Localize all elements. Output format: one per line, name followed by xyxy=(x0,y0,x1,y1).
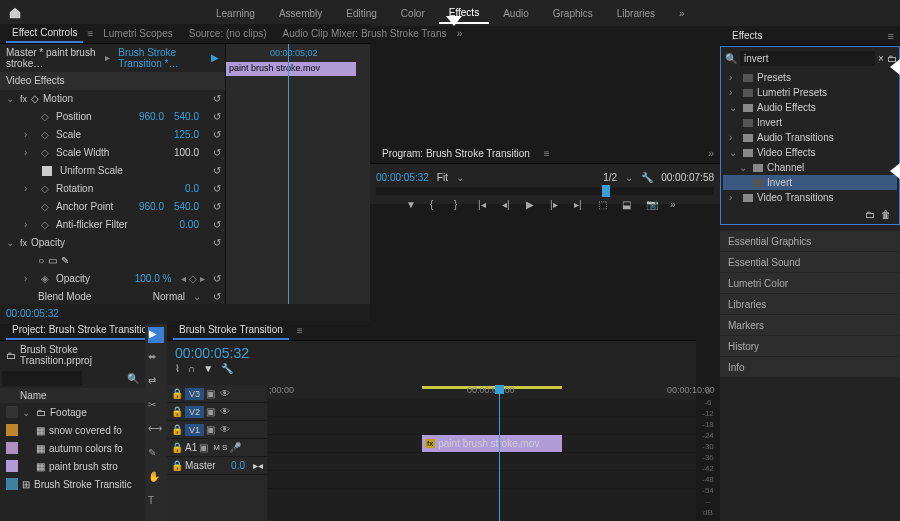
motion-effect[interactable]: Motion xyxy=(43,93,205,104)
add-marker-icon[interactable]: ▼ xyxy=(406,199,420,213)
stopwatch-icon[interactable]: ◇ xyxy=(38,201,52,212)
scale-param[interactable]: Scale xyxy=(56,129,170,140)
ws-audio[interactable]: Audio xyxy=(493,4,539,23)
track-lane-a1[interactable] xyxy=(267,453,696,471)
position-x[interactable]: 960.0 xyxy=(139,111,164,122)
eye-icon[interactable]: 👁 xyxy=(220,406,232,417)
ws-color[interactable]: Color xyxy=(391,4,435,23)
tab-lumetri-scopes[interactable]: Lumetri Scopes xyxy=(97,25,178,42)
antiflicker-value[interactable]: 0.00 xyxy=(180,219,199,230)
tab-timeline[interactable]: Brush Stroke Transition xyxy=(173,321,289,340)
twirl-icon[interactable]: › xyxy=(24,129,34,140)
mask-pen-icon[interactable]: ✎ xyxy=(61,255,69,266)
tab-effects-panel[interactable]: Effects xyxy=(726,27,768,44)
twirl-icon[interactable]: ⌄ xyxy=(739,162,749,173)
lock-icon[interactable]: 🔒 xyxy=(171,424,183,435)
twirl-icon[interactable]: ⌄ xyxy=(6,237,16,248)
twirl-icon[interactable]: › xyxy=(24,219,34,230)
eye-icon[interactable]: 👁 xyxy=(220,424,232,435)
hand-tool-icon[interactable]: ✋ xyxy=(148,471,164,487)
stopwatch-icon[interactable]: ◈ xyxy=(38,273,52,284)
ec-current-timecode[interactable]: 00:00:05:32 xyxy=(6,308,59,319)
anchor-point-param[interactable]: Anchor Point xyxy=(56,201,135,212)
twirl-icon[interactable]: › xyxy=(729,132,739,143)
track-lane-v3[interactable] xyxy=(267,399,696,417)
mute-icon[interactable]: ▣ xyxy=(199,442,211,453)
effects-channel-folder[interactable]: Channel xyxy=(767,162,804,173)
blend-mode-value[interactable]: Normal xyxy=(153,291,185,302)
twirl-icon[interactable]: › xyxy=(24,273,34,284)
twirl-icon[interactable]: › xyxy=(729,87,739,98)
reset-icon[interactable]: ↺ xyxy=(209,291,225,302)
lock-icon[interactable]: 🔒 xyxy=(171,460,183,471)
mark-out-icon[interactable]: } xyxy=(454,199,468,213)
twirl-icon[interactable]: › xyxy=(729,192,739,203)
uniform-scale-checkbox[interactable] xyxy=(42,166,52,176)
twirl-icon[interactable]: › xyxy=(24,183,34,194)
rotation-value[interactable]: 0.0 xyxy=(185,183,199,194)
razor-tool-icon[interactable]: ✂ xyxy=(148,399,164,415)
panel-libraries[interactable]: Libraries xyxy=(720,294,900,314)
tab-audio-clip-mixer[interactable]: Audio Clip Mixer: Brush Stroke Trans xyxy=(277,25,453,42)
track-lane-master[interactable] xyxy=(267,471,696,489)
go-to-in-icon[interactable]: |◂ xyxy=(478,199,492,213)
ripple-tool-icon[interactable]: ⇄ xyxy=(148,375,164,391)
label-swatch[interactable] xyxy=(6,460,18,472)
label-swatch[interactable] xyxy=(6,406,18,418)
reset-icon[interactable]: ↺ xyxy=(209,129,225,140)
toggle-output-icon[interactable]: ▣ xyxy=(206,406,218,417)
project-search-input[interactable] xyxy=(2,371,82,386)
snap-icon[interactable]: ⌇ xyxy=(175,363,180,374)
master-value[interactable]: 0.0 xyxy=(231,460,245,471)
resolution-dropdown[interactable]: 1/2 xyxy=(603,172,617,183)
tab-source[interactable]: Source: (no clips) xyxy=(183,25,273,42)
stopwatch-icon[interactable]: ◇ xyxy=(38,219,52,230)
twirl-icon[interactable]: ⌄ xyxy=(22,407,32,418)
extract-icon[interactable]: ⬓ xyxy=(622,199,636,213)
scale-value[interactable]: 125.0 xyxy=(174,129,199,140)
reset-icon[interactable]: ↺ xyxy=(209,165,225,176)
folder-footage[interactable]: Footage xyxy=(50,407,87,418)
stopwatch-icon[interactable]: ◇ xyxy=(38,183,52,194)
project-item[interactable]: snow covered fo xyxy=(49,425,122,436)
stopwatch-icon[interactable]: ◇ xyxy=(38,111,52,122)
effects-presets[interactable]: Presets xyxy=(757,72,791,83)
reset-icon[interactable]: ↺ xyxy=(209,273,225,284)
position-param[interactable]: Position xyxy=(56,111,135,122)
panel-history[interactable]: History xyxy=(720,336,900,356)
lock-icon[interactable]: 🔒 xyxy=(171,406,183,417)
pen-tool-icon[interactable]: ✎ xyxy=(148,447,164,463)
linked-sel-icon[interactable]: ∩ xyxy=(188,363,195,374)
new-bin-icon[interactable]: 🗀 xyxy=(865,209,875,220)
go-to-out-icon[interactable]: ▸| xyxy=(574,199,588,213)
program-timecode[interactable]: 00:00:05:32 xyxy=(376,172,429,183)
panel-markers[interactable]: Markers xyxy=(720,315,900,335)
ws-graphics[interactable]: Graphics xyxy=(543,4,603,23)
opacity-effect[interactable]: Opacity xyxy=(31,237,205,248)
effects-lumetri-presets[interactable]: Lumetri Presets xyxy=(757,87,827,98)
twirl-icon[interactable]: ⌄ xyxy=(6,93,16,104)
project-item[interactable]: Brush Stroke Transitic xyxy=(34,479,132,490)
ws-overflow[interactable]: » xyxy=(669,4,695,23)
panel-essential-sound[interactable]: Essential Sound xyxy=(720,252,900,272)
track-lane-v1[interactable]: fxpaint brush stroke.mov xyxy=(267,435,696,453)
twirl-icon[interactable]: ⌄ xyxy=(729,147,739,158)
ws-libraries[interactable]: Libraries xyxy=(607,4,665,23)
project-item[interactable]: autumn colors fo xyxy=(49,443,123,454)
tab-effect-controls[interactable]: Effect Controls xyxy=(6,24,83,43)
reset-icon[interactable]: ↺ xyxy=(209,93,225,104)
program-scrubber[interactable] xyxy=(376,187,714,195)
reset-icon[interactable]: ↺ xyxy=(209,183,225,194)
track-a1[interactable]: A1 xyxy=(185,442,197,453)
project-item[interactable]: paint brush stro xyxy=(49,461,118,472)
lift-icon[interactable]: ⬚ xyxy=(598,199,612,213)
mark-in-icon[interactable]: { xyxy=(430,199,444,213)
timeline-timecode[interactable]: 00:00:05:32 xyxy=(175,345,688,361)
delete-icon[interactable]: 🗑 xyxy=(881,209,891,220)
effects-audio-effects[interactable]: Audio Effects xyxy=(757,102,816,113)
program-playhead[interactable] xyxy=(602,185,610,197)
reset-icon[interactable]: ↺ xyxy=(209,219,225,230)
track-lane-v2[interactable] xyxy=(267,417,696,435)
ec-clip-bar[interactable]: paint brush stroke.mov xyxy=(226,62,356,76)
position-y[interactable]: 540.0 xyxy=(174,111,199,122)
